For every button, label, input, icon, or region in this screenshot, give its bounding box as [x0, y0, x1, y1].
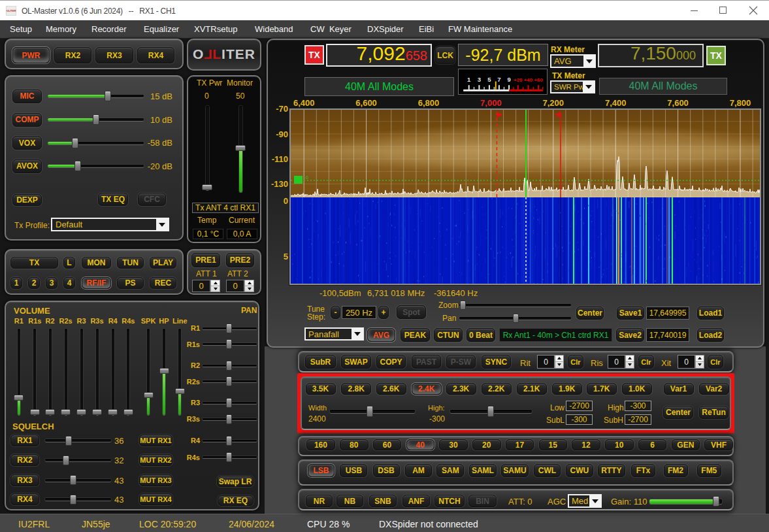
svg-text:1: 1	[467, 76, 471, 83]
svg-text:+40: +40	[524, 77, 533, 83]
svg-text:3: 3	[478, 76, 481, 83]
svg-text:9: 9	[507, 76, 510, 83]
svg-text:5: 5	[487, 76, 491, 83]
svg-text:+60: +60	[534, 77, 543, 83]
svg-text:-6: -6	[304, 175, 309, 180]
svg-text:7: 7	[497, 76, 500, 83]
svg-text:+20: +20	[514, 77, 523, 83]
